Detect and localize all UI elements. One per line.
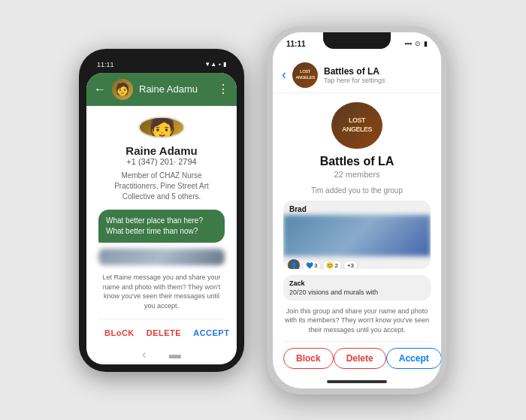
- group-icon-large: LOSTANGELES: [331, 102, 382, 150]
- android-status-icons: ▼▲ ▪ ▮: [204, 61, 226, 68]
- profile-avatar: 🧑: [138, 116, 185, 139]
- chat-card-brad: Brad 👤 💙 3 😊 2 +3: [283, 201, 431, 268]
- block-button[interactable]: BLoCK: [98, 325, 141, 340]
- delete-button[interactable]: DELETE: [141, 325, 187, 340]
- chat-bubble-text: What better place than here? What better…: [106, 216, 203, 235]
- nav-back-icon[interactable]: ‹: [142, 348, 146, 361]
- group-title: Battles of LA: [320, 155, 394, 168]
- iphone-block-button[interactable]: Block: [283, 348, 334, 369]
- android-phone: 11:11 ▼▲ ▪ ▮ ← 🧑 Raine Adamu ⋮ 🧑: [79, 49, 244, 372]
- android-bottom-nav: ‹ ▬: [86, 348, 237, 364]
- signal-bars-icon: ▪▪▪: [404, 40, 412, 47]
- heart-count: 3: [314, 262, 317, 269]
- tap-for-settings: Tap here for settings: [324, 77, 432, 84]
- signal-icon: ▼▲: [204, 61, 216, 68]
- smile-count: 2: [334, 262, 337, 269]
- back-button[interactable]: ←: [94, 83, 106, 96]
- group-members-count: 22 members: [334, 170, 379, 179]
- iphone-back-button[interactable]: ‹: [282, 67, 286, 83]
- reaction-avatar: 👤: [288, 259, 300, 268]
- accept-button[interactable]: ACCEPT: [187, 325, 235, 340]
- android-header: ← 🧑 Raine Adamu ⋮: [86, 73, 237, 106]
- iphone-time: 11:11: [286, 40, 306, 48]
- contact-name-header: Raine Adamu: [139, 83, 211, 95]
- smile-reaction: 😊 2: [323, 261, 340, 269]
- action-buttons: BLoCK DELETE ACCEPT: [98, 319, 225, 340]
- home-indicator: [327, 380, 387, 383]
- group-avatar-small: LOSTANGELES: [292, 62, 318, 88]
- chat-reactions: 👤 💙 3 😊 2 +3: [283, 256, 431, 268]
- iphone-screen: 11:11 ▪▪▪ ⊙ ▮ ‹ LOSTANGELES Battles of L…: [273, 32, 441, 388]
- group-avatar-text-small: LOSTANGELES: [295, 69, 315, 80]
- chat-card-image-blurred: [283, 215, 431, 256]
- android-time: 11:11: [97, 61, 114, 68]
- profile-phone: +1 (347) 201· 2794: [126, 157, 196, 166]
- iphone-content: LOSTANGELES Battles of LA 22 members Tim…: [273, 93, 441, 375]
- phones-container: 11:11 ▼▲ ▪ ▮ ← 🧑 Raine Adamu ⋮ 🧑: [64, 11, 462, 409]
- avatar-icon: 🧑: [148, 116, 176, 139]
- heart-emoji: 💙: [306, 262, 313, 269]
- iphone-notch: 11:11 ▪▪▪ ⊙ ▮: [273, 32, 441, 59]
- iphone-accept-button[interactable]: Accept: [386, 348, 441, 369]
- notch-cutout: [323, 32, 391, 49]
- android-status-bar: 11:11 ▼▲ ▪ ▮: [86, 56, 237, 73]
- chat-bubble-zack: Zack 20/20 visions and murals with: [283, 275, 431, 301]
- android-screen: ← 🧑 Raine Adamu ⋮ 🧑 Raine Adamu +1 (347)…: [86, 73, 237, 364]
- iphone-status-icons: ▪▪▪ ⊙ ▮: [404, 40, 428, 47]
- iphone-action-buttons: Block Delete Accept: [283, 341, 431, 369]
- zack-sender-name: Zack: [289, 279, 425, 287]
- contact-avatar-small: 🧑: [112, 79, 133, 100]
- battery-icon: ▮: [424, 40, 428, 47]
- iphone: 11:11 ▪▪▪ ⊙ ▮ ‹ LOSTANGELES Battles of L…: [267, 26, 447, 394]
- more-reactions: +3: [344, 261, 357, 269]
- profile-name: Raine Adamu: [125, 144, 197, 157]
- avatar-person-icon: 🧑: [115, 82, 130, 96]
- iphone-bottom-bar: [273, 375, 441, 388]
- chat-image-blurred: [98, 249, 225, 265]
- battery-icon: ▮: [223, 61, 226, 68]
- nav-home-indicator: ▬: [169, 348, 181, 361]
- wifi-icon: ▪: [219, 61, 221, 68]
- android-content: 🧑 Raine Adamu +1 (347) 201· 2794 Member …: [86, 106, 237, 348]
- chat-card-sender-name: Brad: [283, 201, 431, 215]
- heart-reaction: 💙 3: [303, 261, 320, 269]
- chat-bubble: What better place than here? What better…: [98, 210, 225, 243]
- zack-message-text: 20/20 visions and murals with: [289, 289, 425, 296]
- iphone-header: ‹ LOSTANGELES Battles of LA Tap here for…: [273, 59, 441, 93]
- wifi-icon: ⊙: [415, 40, 421, 47]
- iphone-header-info[interactable]: Battles of LA Tap here for settings: [324, 66, 432, 84]
- iphone-privacy-notice: Join this group and share your name and …: [283, 307, 431, 335]
- privacy-notice: Let Raine message you and share your nam…: [98, 273, 225, 310]
- group-icon-text-large: LOSTANGELES: [342, 116, 372, 134]
- smile-emoji: 😊: [326, 262, 334, 269]
- system-message: Tim added you to the group: [311, 186, 403, 195]
- more-options-icon[interactable]: ⋮: [217, 82, 229, 96]
- iphone-delete-button[interactable]: Delete: [334, 348, 386, 369]
- group-name-header: Battles of LA: [324, 66, 432, 77]
- profile-description: Member of CHAZ Nurse Practitioners, Pine…: [98, 171, 225, 202]
